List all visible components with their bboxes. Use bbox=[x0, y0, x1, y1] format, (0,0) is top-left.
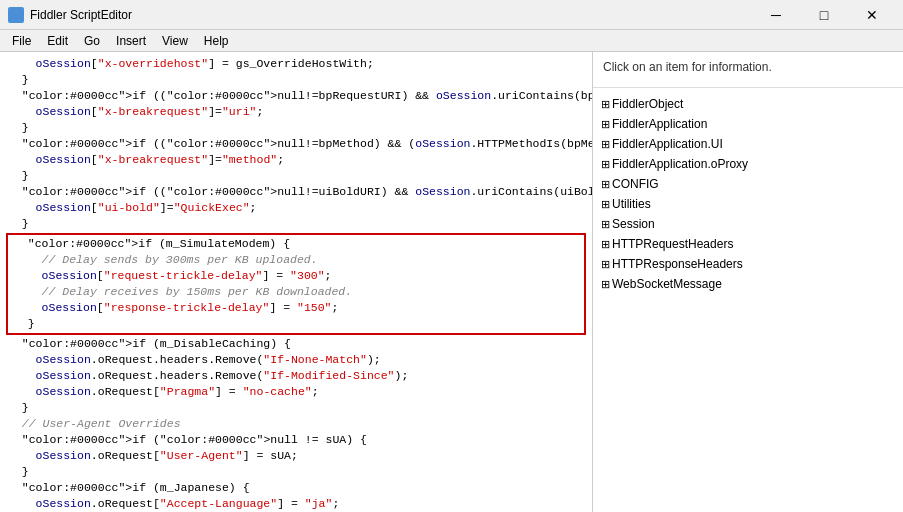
code-line: } bbox=[8, 316, 584, 332]
code-line: oSession["x-breakrequest"]="method"; bbox=[0, 152, 592, 168]
menu-item-edit[interactable]: Edit bbox=[39, 30, 76, 52]
menu-item-go[interactable]: Go bbox=[76, 30, 108, 52]
code-line: "color:#0000cc">if (m_SimulateModem) { bbox=[8, 236, 584, 252]
code-line: } bbox=[0, 168, 592, 184]
code-line: oSession["x-overridehost"] = gs_Override… bbox=[0, 56, 592, 72]
menu-bar: FileEditGoInsertViewHelp bbox=[0, 30, 903, 52]
right-panel: Click on an item for information. ⊞Fiddl… bbox=[593, 52, 903, 512]
window-controls: ─ □ ✕ bbox=[753, 0, 895, 30]
code-line: oSession.oRequest["User-Agent"] = sUA; bbox=[0, 448, 592, 464]
code-line: "color:#0000cc">if (("color:#0000cc">nul… bbox=[0, 88, 592, 104]
code-line: oSession["ui-bold"]="QuickExec"; bbox=[0, 200, 592, 216]
menu-item-file[interactable]: File bbox=[4, 30, 39, 52]
tree-item[interactable]: ⊞FiddlerApplication.oProxy bbox=[597, 154, 899, 174]
title-bar: Fiddler ScriptEditor ─ □ ✕ bbox=[0, 0, 903, 30]
code-line: // Delay sends by 300ms per KB uploaded. bbox=[8, 252, 584, 268]
menu-item-insert[interactable]: Insert bbox=[108, 30, 154, 52]
tree-item[interactable]: ⊞FiddlerObject bbox=[597, 94, 899, 114]
code-line: } bbox=[0, 464, 592, 480]
maximize-button[interactable]: □ bbox=[801, 0, 847, 30]
code-line: oSession["request-trickle-delay"] = "300… bbox=[8, 268, 584, 284]
menu-item-view[interactable]: View bbox=[154, 30, 196, 52]
tree-item[interactable]: ⊞Session bbox=[597, 214, 899, 234]
code-line: oSession.oRequest.headers.Remove("If-Mod… bbox=[0, 368, 592, 384]
tree-item[interactable]: ⊞FiddlerApplication.UI bbox=[597, 134, 899, 154]
code-line: "color:#0000cc">if (m_Japanese) { bbox=[0, 480, 592, 496]
tree-item[interactable]: ⊞FiddlerApplication bbox=[597, 114, 899, 134]
highlight-block: "color:#0000cc">if (m_SimulateModem) { /… bbox=[6, 233, 586, 335]
close-button[interactable]: ✕ bbox=[849, 0, 895, 30]
tree-item[interactable]: ⊞WebSocketMessage bbox=[597, 274, 899, 294]
code-panel: oSession["x-overridehost"] = gs_Override… bbox=[0, 52, 593, 512]
code-line: "color:#0000cc">if (("color:#0000cc">nul… bbox=[0, 184, 592, 200]
code-line: } bbox=[0, 216, 592, 232]
code-line: // User-Agent Overrides bbox=[0, 416, 592, 432]
tree-panel[interactable]: ⊞FiddlerObject⊞FiddlerApplication⊞Fiddle… bbox=[593, 88, 903, 512]
info-box: Click on an item for information. bbox=[593, 52, 903, 88]
code-line: oSession.oRequest["Pragma"] = "no-cache"… bbox=[0, 384, 592, 400]
tree-item[interactable]: ⊞HTTPResponseHeaders bbox=[597, 254, 899, 274]
tree-item[interactable]: ⊞Utilities bbox=[597, 194, 899, 214]
code-line: "color:#0000cc">if (("color:#0000cc">nul… bbox=[0, 136, 592, 152]
code-line: oSession.oRequest.headers.Remove("If-Non… bbox=[0, 352, 592, 368]
code-line: oSession["x-breakrequest"]="uri"; bbox=[0, 104, 592, 120]
code-line: } bbox=[0, 72, 592, 88]
tree-item[interactable]: ⊞CONFIG bbox=[597, 174, 899, 194]
minimize-button[interactable]: ─ bbox=[753, 0, 799, 30]
code-content[interactable]: oSession["x-overridehost"] = gs_Override… bbox=[0, 52, 592, 512]
info-text: Click on an item for information. bbox=[603, 60, 772, 74]
main-area: oSession["x-overridehost"] = gs_Override… bbox=[0, 52, 903, 512]
window-title: Fiddler ScriptEditor bbox=[30, 8, 753, 22]
app-icon bbox=[8, 7, 24, 23]
code-line: "color:#0000cc">if (m_DisableCaching) { bbox=[0, 336, 592, 352]
code-line: oSession["response-trickle-delay"] = "15… bbox=[8, 300, 584, 316]
code-line: } bbox=[0, 120, 592, 136]
code-line: // Delay receives by 150ms per KB downlo… bbox=[8, 284, 584, 300]
code-line: } bbox=[0, 400, 592, 416]
code-line: oSession.oRequest["Accept-Language"] = "… bbox=[0, 496, 592, 512]
code-line: "color:#0000cc">if ("color:#0000cc">null… bbox=[0, 432, 592, 448]
menu-item-help[interactable]: Help bbox=[196, 30, 237, 52]
tree-item[interactable]: ⊞HTTPRequestHeaders bbox=[597, 234, 899, 254]
